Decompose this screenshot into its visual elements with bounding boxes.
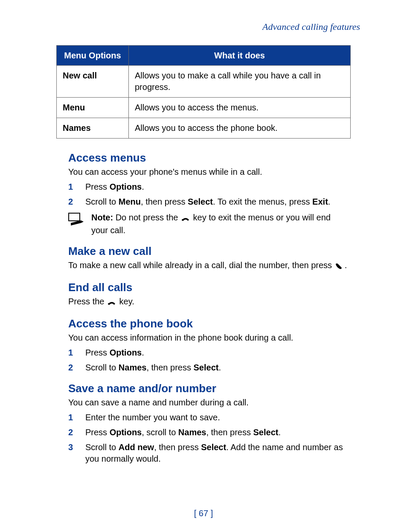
step-list: Enter the number you want to save. Press… bbox=[68, 412, 347, 465]
list-item: Enter the number you want to save. bbox=[68, 412, 347, 423]
section-body: To make a new call while already in a ca… bbox=[68, 260, 347, 272]
page-number: [ 67 ] bbox=[0, 509, 407, 518]
menu-options-table: Menu Options What it does New call Allow… bbox=[56, 45, 351, 139]
section-heading-access-phone-book: Access the phone book bbox=[68, 317, 364, 330]
section-heading-make-new-call: Make a new call bbox=[68, 245, 364, 258]
end-call-key-icon bbox=[107, 297, 117, 309]
section-heading-save-name-number: Save a name and/or number bbox=[68, 382, 364, 395]
col-header-menu-options: Menu Options bbox=[57, 46, 129, 66]
cell-option: Menu bbox=[57, 98, 129, 118]
note-block: Note: Do not press the key to exit the m… bbox=[68, 212, 347, 236]
table-row: Names Allows you to access the phone boo… bbox=[57, 118, 351, 139]
section-intro: You can access your phone's menus while … bbox=[68, 166, 347, 178]
list-item: Scroll to Add new, then press Select. Ad… bbox=[68, 442, 347, 465]
list-item: Press Options. bbox=[68, 181, 347, 193]
section-body: Press the key. bbox=[68, 296, 347, 309]
list-item: Scroll to Menu, then press Select. To ex… bbox=[68, 196, 347, 208]
col-header-what-it-does: What it does bbox=[129, 46, 351, 66]
svg-rect-0 bbox=[69, 213, 80, 221]
table-row: Menu Allows you to access the menus. bbox=[57, 98, 351, 118]
note-icon bbox=[68, 213, 84, 228]
step-list: Press Options. Scroll to Names, then pre… bbox=[68, 347, 347, 373]
list-item: Scroll to Names, then press Select. bbox=[68, 362, 347, 373]
table-header-row: Menu Options What it does bbox=[57, 46, 351, 66]
section-intro: You can save a name and number during a … bbox=[68, 397, 347, 408]
page-header: Advanced calling features bbox=[43, 21, 364, 32]
note-text: Note: Do not press the key to exit the m… bbox=[91, 212, 347, 236]
section-heading-end-all-calls: End all calls bbox=[68, 281, 364, 294]
cell-desc: Allows you to make a call while you have… bbox=[129, 66, 351, 98]
cell-option: Names bbox=[57, 118, 129, 139]
call-key-icon bbox=[334, 261, 345, 272]
svg-point-3 bbox=[182, 219, 183, 221]
cell-desc: Allows you to access the phone book. bbox=[129, 118, 351, 139]
manual-page: Advanced calling features Menu Options W… bbox=[0, 0, 407, 532]
section-intro: You can access information in the phone … bbox=[68, 332, 347, 344]
section-heading-access-menus: Access menus bbox=[68, 151, 364, 165]
list-item: Press Options, scroll to Names, then pre… bbox=[68, 427, 347, 438]
list-item: Press Options. bbox=[68, 347, 347, 359]
end-call-key-icon bbox=[180, 213, 191, 225]
svg-marker-2 bbox=[81, 220, 84, 223]
svg-point-4 bbox=[108, 303, 110, 305]
table-row: New call Allows you to make a call while… bbox=[57, 66, 351, 98]
cell-option: New call bbox=[57, 66, 129, 98]
step-list: Press Options. Scroll to Menu, then pres… bbox=[68, 181, 347, 208]
cell-desc: Allows you to access the menus. bbox=[129, 98, 351, 118]
